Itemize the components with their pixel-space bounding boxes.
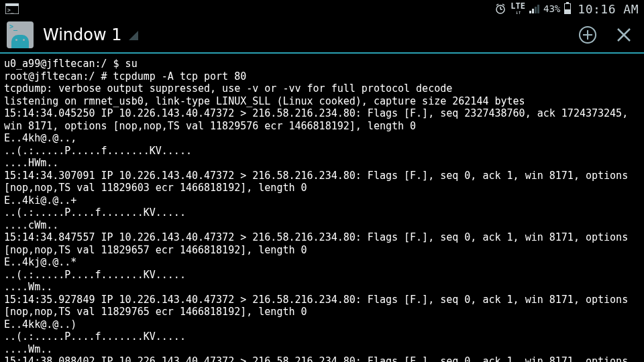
alarm-icon	[494, 3, 506, 15]
close-window-button[interactable]	[610, 21, 637, 48]
svg-line-6	[496, 4, 498, 5]
battery-icon	[564, 3, 571, 14]
clock: 10:16 AM	[578, 2, 639, 16]
svg-text:>_: >_	[7, 7, 14, 13]
terminal-notification-icon: >_	[5, 3, 19, 14]
window-title[interactable]: Window 1	[43, 25, 138, 44]
window-signal-icon	[129, 31, 138, 40]
terminal-output[interactable]: u0_a99@jfltecan:/ $ su root@jfltecan:/ #…	[0, 54, 644, 362]
add-window-button[interactable]	[574, 21, 601, 48]
signal-strength-icon	[529, 4, 539, 13]
network-type-label: LTE ↓↑	[511, 3, 525, 15]
svg-rect-1	[5, 3, 19, 6]
svg-line-7	[502, 4, 504, 5]
app-icon[interactable]: >_	[7, 21, 34, 48]
app-header: >_ Window 1	[0, 17, 644, 54]
battery-percent: 43%	[543, 3, 560, 14]
android-status-bar: >_ LTE ↓↑ 43% 10:16 AM	[0, 0, 644, 17]
